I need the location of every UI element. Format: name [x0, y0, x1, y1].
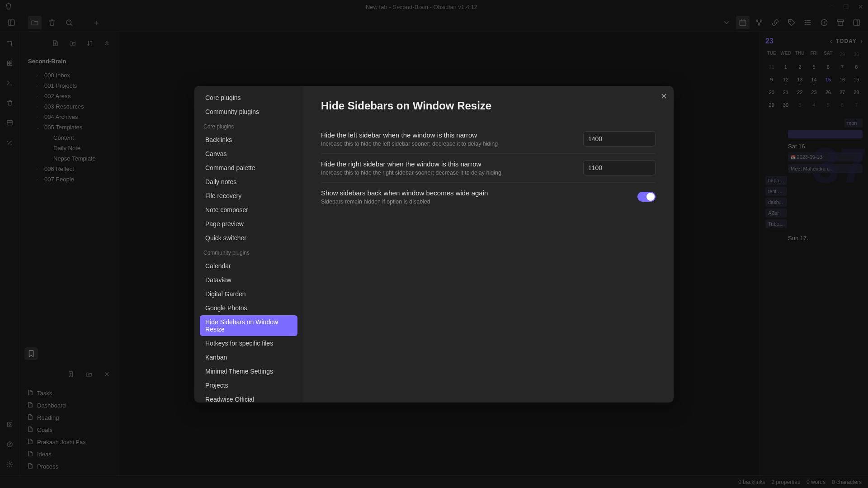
- setting-right-threshold: Hide the right sidebar when the window i…: [321, 154, 656, 183]
- setting-left-threshold: Hide the left sidebar when the window is…: [321, 125, 656, 154]
- right-threshold-input[interactable]: [583, 160, 656, 175]
- nav-item[interactable]: Kanban: [200, 351, 297, 364]
- settings-panel: Hide Sidebars on Window Resize Hide the …: [303, 86, 674, 403]
- nav-item[interactable]: Core plugins: [200, 91, 297, 104]
- nav-item[interactable]: Hide Sidebars on Window Resize: [200, 315, 297, 336]
- setting-label: Hide the left sidebar when the window is…: [321, 131, 574, 139]
- left-threshold-input[interactable]: [583, 131, 656, 147]
- nav-item[interactable]: Projects: [200, 379, 297, 392]
- setting-label: Show sidebars back when window becomes w…: [321, 189, 628, 197]
- nav-item[interactable]: Canvas: [200, 147, 297, 161]
- modal-close-button[interactable]: ✕: [660, 91, 667, 101]
- nav-item[interactable]: Community plugins: [200, 105, 297, 118]
- nav-item[interactable]: File recovery: [200, 189, 297, 203]
- nav-item[interactable]: Google Photos: [200, 301, 297, 315]
- setting-desc: Increase this to hide the left sidebar s…: [321, 141, 574, 147]
- nav-item[interactable]: Hotkeys for specific files: [200, 336, 297, 350]
- show-back-toggle[interactable]: [637, 192, 656, 202]
- nav-item[interactable]: Readwise Official: [200, 393, 297, 403]
- nav-item[interactable]: Page preview: [200, 217, 297, 231]
- nav-item[interactable]: Command palette: [200, 161, 297, 175]
- nav-section-core: Core plugins: [198, 119, 299, 133]
- nav-item[interactable]: Digital Garden: [200, 287, 297, 301]
- nav-item[interactable]: Backlinks: [200, 133, 297, 147]
- nav-item[interactable]: Daily notes: [200, 175, 297, 189]
- nav-item[interactable]: Note composer: [200, 203, 297, 217]
- modal-backdrop[interactable]: ✕ Core pluginsCommunity plugins Core plu…: [0, 0, 868, 488]
- nav-item[interactable]: Minimal Theme Settings: [200, 365, 297, 378]
- nav-item[interactable]: Dataview: [200, 273, 297, 287]
- setting-desc: Increase this to hide the right sidebar …: [321, 170, 574, 176]
- nav-item[interactable]: Calendar: [200, 259, 297, 273]
- setting-desc: Sidebars remain hidden if option is disa…: [321, 199, 628, 205]
- settings-nav: Core pluginsCommunity plugins Core plugi…: [194, 86, 303, 403]
- nav-section-community: Community plugins: [198, 245, 299, 259]
- settings-title: Hide Sidebars on Window Resize: [321, 99, 656, 112]
- setting-label: Hide the right sidebar when the window i…: [321, 160, 574, 168]
- setting-show-back: Show sidebars back when window becomes w…: [321, 183, 656, 211]
- nav-item[interactable]: Quick switcher: [200, 231, 297, 245]
- settings-modal: ✕ Core pluginsCommunity plugins Core plu…: [194, 86, 674, 403]
